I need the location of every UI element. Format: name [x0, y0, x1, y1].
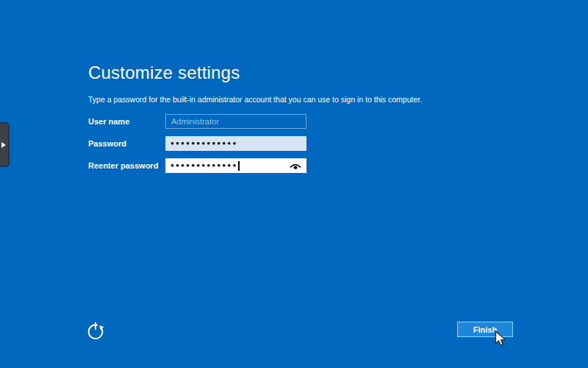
username-label: User name	[88, 117, 165, 126]
reenter-password-input[interactable]: ●●●●●●●●●●●●●	[165, 158, 306, 173]
reenter-password-row: Reenter password ●●●●●●●●●●●●●	[88, 158, 306, 173]
reenter-password-masked-value: ●●●●●●●●●●●●●	[171, 158, 237, 173]
arrow-right-icon	[1, 142, 6, 148]
page-subtitle: Type a password for the built-in adminis…	[88, 95, 422, 104]
username-input[interactable]: Administrator	[165, 114, 306, 129]
administrator-account-form: User name Administrator Password ●●●●●●●…	[88, 114, 306, 180]
text-caret	[238, 161, 240, 171]
oobe-customize-settings-screen: { "header": { "title": "Customize settin…	[0, 0, 588, 368]
page-title: Customize settings	[88, 63, 240, 83]
ease-of-access-icon[interactable]	[85, 320, 106, 345]
password-input[interactable]: ●●●●●●●●●●●●●	[165, 136, 306, 151]
side-panel-handle[interactable]	[0, 122, 10, 167]
reenter-password-label: Reenter password	[88, 161, 165, 170]
username-placeholder: Administrator	[171, 117, 219, 126]
password-masked-value: ●●●●●●●●●●●●●	[171, 136, 237, 151]
password-label: Password	[88, 139, 165, 148]
username-row: User name Administrator	[88, 114, 306, 129]
password-reveal-eye-icon[interactable]	[290, 161, 301, 170]
finish-button[interactable]: Finish	[457, 322, 513, 337]
password-row: Password ●●●●●●●●●●●●●	[88, 136, 306, 151]
